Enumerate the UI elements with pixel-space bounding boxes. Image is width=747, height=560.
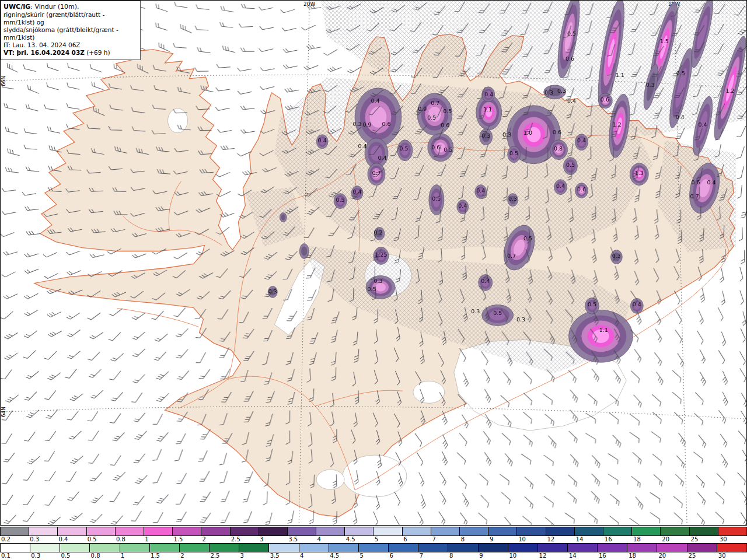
precipitation-legend: 0.20.30.40.50.811.522.533.544.5567891012… (0, 526, 747, 559)
precip-value-label: 0.6 (441, 122, 449, 128)
precip-value-label: 0.7 (431, 100, 439, 106)
colorbar-cell (479, 544, 508, 552)
init-time-line: IT: Lau. 13. 04. 2024 06Z (4, 41, 137, 49)
colorbar-tick-label: 3.5 (287, 536, 298, 543)
precip-value-label: 0.4 (371, 97, 379, 104)
precip-value-label: 0.6 (692, 179, 700, 186)
precip-value-label: 0.6 (601, 96, 609, 103)
colorbar-tick-label: 0.3 (29, 536, 39, 543)
precip-value-label: 0.5 (509, 150, 518, 156)
colorbar-tick-label: 1 (144, 536, 148, 543)
colorbar-cell (690, 527, 718, 536)
colorbar-cell (546, 527, 575, 536)
colorbar-tick-label: 20 (661, 536, 669, 543)
colorbar-cell (538, 544, 568, 552)
precip-value-label: 0.4 (556, 183, 565, 189)
precip-value-label: 0.6 (553, 129, 561, 135)
precip-value-label: 0.4 (567, 97, 576, 104)
precip-value-label: 0.3 (481, 132, 490, 139)
colorbar-tick-label: 25 (690, 536, 699, 543)
precip-value-label: 0.5 (523, 235, 532, 242)
colorbar-tick-label: 2.5 (230, 536, 240, 543)
lon-label: 20W (303, 1, 315, 7)
colorbar-cell (259, 527, 288, 536)
colorbar-cell (632, 527, 661, 536)
colorbar-tick-label: 9 (478, 552, 483, 559)
precip-value-label: 1.2 (613, 121, 622, 128)
colorbar-tick-label: 0.5 (60, 552, 70, 559)
valid-time-offset: (+69 h) (85, 49, 110, 56)
precip-value-label: 0.4 (358, 143, 367, 149)
colorbar-cell (598, 544, 627, 552)
colorbar-cell (687, 544, 717, 552)
precip-value-label: 0.5 (432, 195, 441, 202)
precip-value-label: 0.6 (566, 55, 574, 62)
snow-legend-line: slydda/snjókoma (grátt/bleikt/grænt - mm… (4, 26, 137, 41)
colorbar-cell (575, 527, 603, 536)
precip-value-label: 0.4 (707, 179, 716, 186)
colorbar-cell (657, 544, 687, 552)
colorbar-cell (288, 527, 316, 536)
colorbar-cell (30, 544, 60, 552)
precip-value-label: 0.3 (508, 195, 517, 202)
colorbar-tick-label: 10 (508, 552, 516, 559)
precip-value-label: 0.4 (458, 202, 467, 209)
precip-value-label: 0.9 (362, 121, 371, 128)
weather-map-frame: 20W15W66N64N0.50.61.51.10.50.31.20.40.41… (0, 0, 747, 526)
precip-value-label: 0.5 (566, 162, 575, 168)
precip-value-label: 0.5 (567, 30, 576, 37)
precip-value-label: 1.3 (635, 170, 644, 176)
colorbar-tick-label: 1.5 (172, 536, 183, 543)
precip-value-label: 0.7 (372, 170, 381, 176)
precip-value-label: 1.1 (483, 106, 492, 113)
precip-value-label: 0.4 (476, 187, 485, 194)
colorbar-tick-label: 0.8 (90, 552, 100, 559)
colorbar-tick-label: 0.4 (57, 536, 68, 543)
precip-value-label: 0.5 (493, 310, 502, 316)
rain-colorbar-labels: 0.10.30.50.811.522.533.544.5567891012141… (0, 552, 747, 559)
precip-value-label: 0.5 (676, 70, 685, 76)
precip-value-label: 0.3 (374, 278, 382, 284)
model-name: UWC/IG (4, 3, 30, 10)
colorbar-cell (231, 527, 259, 536)
rain-colorbar (0, 543, 747, 552)
colorbar-tick-label: 20 (657, 552, 666, 559)
colorbar-cell (239, 544, 269, 552)
colorbar-cell (359, 544, 389, 552)
precip-value-label: 0.4 (676, 114, 685, 120)
lat-label: 64N (1, 407, 6, 417)
colorbar-tick-label: 6 (389, 552, 393, 559)
colorbar-cell (418, 544, 448, 552)
colorbar-tick-label: 4 (299, 552, 303, 559)
precip-value-label: 0.3 (612, 253, 621, 259)
precip-value-label: 0.3 (557, 88, 566, 94)
colorbar-tick-label: 3 (259, 536, 263, 543)
precip-value-label: 1.25 (375, 251, 387, 258)
colorbar-tick-label: 1 (120, 552, 124, 559)
colorbar-cell (60, 544, 90, 552)
model-title-line: UWC/IG: Vindur (10m), (4, 3, 137, 11)
colorbar-tick-label: 2 (201, 536, 206, 543)
colorbar-cell (116, 527, 144, 536)
colorbar-cell (431, 527, 460, 536)
colorbar-cell (661, 527, 689, 536)
colorbar-cell (180, 544, 210, 552)
colorbar-cell (508, 544, 538, 552)
precip-value-label: 0.5 (367, 286, 376, 292)
colorbar-tick-label: 14 (575, 536, 584, 543)
precip-value-label: 0.7 (690, 193, 699, 200)
colorbar-tick-label: 10 (517, 536, 526, 543)
snow-colorbar-labels: 0.20.30.40.50.811.522.533.544.5567891012… (0, 536, 747, 543)
colorbar-cell (1, 544, 30, 552)
colorbar-tick-label: 4.5 (329, 552, 339, 559)
precip-value-label: 0.3 (268, 288, 277, 295)
colorbar-tick-label: 12 (546, 536, 554, 543)
colorbar-cell (403, 527, 431, 536)
colorbar-tick-label: 18 (632, 536, 641, 543)
precip-value-label: 0.5 (336, 197, 345, 203)
precip-value-label: 0.3 (646, 82, 655, 88)
colorbar-cell (299, 544, 329, 552)
colorbar-cell (603, 527, 632, 536)
precip-value-label: 0.5 (427, 114, 436, 121)
precip-value-label: 0.4 (577, 137, 586, 144)
